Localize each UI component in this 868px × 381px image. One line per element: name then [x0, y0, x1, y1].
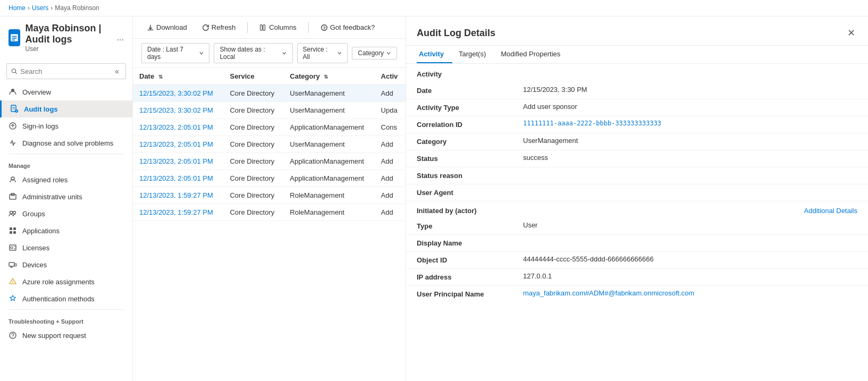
troubleshooting-section-label: Troubleshooting + Support: [0, 312, 132, 327]
toolbar-separator: [247, 22, 248, 33]
sidebar-item-sign-in-logs[interactable]: Sign-in logs: [0, 117, 132, 134]
svg-point-17: [10, 211, 13, 214]
toolbar-separator-2: [308, 22, 309, 33]
detail-row-actor-type: Type User: [406, 218, 868, 235]
sidebar-item-devices[interactable]: Devices: [0, 256, 132, 273]
sidebar-item-diagnose[interactable]: Diagnose and solve problems: [0, 134, 132, 151]
tab-modified-properties[interactable]: Modified Properties: [499, 46, 569, 63]
azure-icon: [9, 277, 17, 286]
auth-icon: [9, 294, 17, 303]
chevron-down-icon-3: [337, 50, 342, 56]
collapse-sidebar-button[interactable]: «: [113, 66, 121, 77]
sidebar-item-label: Audit logs: [24, 105, 58, 113]
table-row[interactable]: 12/13/2023, 2:05:01 PMCore DirectoryAppl…: [133, 153, 406, 170]
sidebar-item-audit-logs[interactable]: Audit logs: [0, 100, 132, 117]
download-icon: [147, 24, 154, 31]
sidebar-item-new-support[interactable]: New support request: [0, 327, 132, 344]
svg-rect-21: [10, 231, 12, 234]
more-options-button[interactable]: ...: [117, 33, 124, 43]
refresh-icon: [202, 24, 209, 31]
detail-row-activity-type: Activity Type Add user sponsor: [406, 99, 868, 116]
support-icon: [9, 331, 17, 340]
sidebar-item-admin-units[interactable]: Administrative units: [0, 188, 132, 205]
chevron-down-icon: [199, 50, 204, 56]
detail-panel-header: Audit Log Details ✕: [406, 16, 868, 46]
sidebar-item-applications[interactable]: Applications: [0, 222, 132, 239]
table-row[interactable]: 12/13/2023, 2:05:01 PMCore DirectoryUser…: [133, 136, 406, 153]
nav-divider: [9, 154, 124, 154]
sidebar-item-azure-role[interactable]: Azure role assignments: [0, 273, 132, 290]
detail-panel: Audit Log Details ✕ Activity Target(s) M…: [406, 16, 868, 381]
sidebar-item-overview[interactable]: Overview: [0, 83, 132, 100]
svg-point-34: [12, 337, 13, 337]
table-row[interactable]: 12/15/2023, 3:30:02 PMCore DirectoryUser…: [133, 102, 406, 119]
chevron-down-icon-4: [386, 50, 391, 56]
page-subtitle: User: [26, 45, 109, 53]
tab-activity[interactable]: Activity: [417, 46, 452, 63]
signin-icon: [9, 122, 17, 130]
additional-details-link[interactable]: Additional Details: [804, 207, 857, 215]
svg-point-39: [324, 29, 324, 29]
col-header-service[interactable]: Service: [223, 68, 283, 85]
upn-link[interactable]: maya_fabrikam.com#ADM#@fabrikam.onmicros…: [523, 289, 857, 297]
table-row[interactable]: 12/13/2023, 2:05:01 PMCore DirectoryAppl…: [133, 119, 406, 136]
apps-icon: [9, 226, 17, 235]
diagnose-icon: [9, 139, 17, 147]
detail-row-date: Date 12/15/2023, 3:30 PM: [406, 82, 868, 99]
refresh-button[interactable]: Refresh: [197, 21, 241, 34]
sidebar-item-label: Authentication methods: [22, 295, 95, 303]
svg-rect-3: [12, 39, 15, 40]
breadcrumb-users[interactable]: Users: [32, 4, 48, 12]
close-detail-panel-button[interactable]: ✕: [845, 25, 857, 41]
category-filter-chip[interactable]: Category: [352, 47, 397, 60]
download-button[interactable]: Download: [141, 21, 192, 34]
sidebar-item-label: Licenses: [22, 244, 49, 252]
col-header-activity[interactable]: Activ: [375, 68, 406, 85]
sidebar-item-label: New support request: [22, 332, 86, 340]
columns-button[interactable]: Columns: [254, 21, 301, 34]
svg-point-33: [10, 332, 16, 338]
sidebar-item-groups[interactable]: Groups: [0, 205, 132, 222]
feedback-button[interactable]: Got feedback?: [315, 21, 381, 34]
detail-body: Activity Date 12/15/2023, 3:30 PM Activi…: [406, 64, 868, 381]
columns-icon: [259, 24, 267, 31]
detail-row-object-id: Object ID 44444444-cccc-5555-dddd-666666…: [406, 252, 868, 269]
roles-icon: [9, 175, 17, 184]
svg-rect-36: [260, 24, 263, 30]
sidebar-item-assigned-roles[interactable]: Assigned roles: [0, 171, 132, 188]
chevron-down-icon-2: [282, 50, 287, 56]
sidebar-item-label: Azure role assignments: [22, 278, 95, 286]
sort-icon-date: ⇅: [158, 74, 163, 80]
table-row[interactable]: 12/13/2023, 1:59:27 PMCore DirectoryRole…: [133, 187, 406, 204]
service-filter-chip[interactable]: Service : All: [297, 43, 348, 63]
breadcrumb: Home › Users › Maya Robinson: [0, 0, 868, 16]
person-icon: [9, 88, 17, 96]
col-header-date[interactable]: Date ⇅: [133, 68, 223, 85]
detail-row-status-reason: Status reason: [406, 167, 868, 184]
search-input[interactable]: [20, 67, 109, 75]
sidebar-item-label: Applications: [22, 227, 60, 235]
sidebar-item-label: Devices: [22, 261, 47, 269]
sidebar-item-auth-methods[interactable]: Authentication methods: [0, 290, 132, 307]
table-row[interactable]: 12/15/2023, 3:30:02 PMCore DirectoryUser…: [133, 85, 406, 102]
feedback-icon: [321, 24, 328, 31]
detail-row-ip-address: IP address 127.0.0.1: [406, 269, 868, 286]
search-input-wrap[interactable]: «: [6, 63, 126, 79]
table-row[interactable]: 12/13/2023, 2:05:01 PMCore DirectoryAppl…: [133, 170, 406, 187]
col-header-category[interactable]: Category ⇅: [283, 68, 374, 85]
detail-tabs: Activity Target(s) Modified Properties: [406, 46, 868, 64]
search-area: «: [0, 59, 132, 83]
svg-rect-20: [13, 227, 16, 230]
tab-targets[interactable]: Target(s): [457, 46, 494, 63]
breadcrumb-home[interactable]: Home: [9, 4, 26, 12]
show-dates-filter-chip[interactable]: Show dates as : Local: [214, 43, 292, 63]
table-row[interactable]: 12/13/2023, 1:59:27 PMCore DirectoryRole…: [133, 204, 406, 221]
activity-section-title: Activity: [406, 64, 868, 82]
date-filter-chip[interactable]: Date : Last 7 days: [141, 43, 209, 63]
sidebar-item-label: Groups: [22, 210, 45, 218]
licenses-icon: [9, 243, 17, 252]
sidebar-item-licenses[interactable]: Licenses: [0, 239, 132, 256]
toolbar: Download Refresh Columns Got feedback?: [133, 16, 406, 39]
content-area: Download Refresh Columns Got feedback?: [133, 16, 406, 381]
groups-icon: [9, 209, 17, 218]
